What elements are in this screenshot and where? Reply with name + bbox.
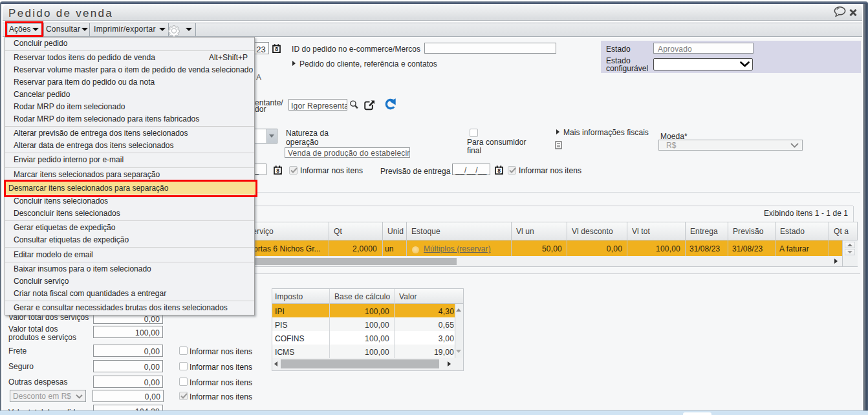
svg-text:8: 8 — [275, 46, 278, 52]
svg-text:8: 8 — [497, 167, 501, 174]
svg-text:8: 8 — [276, 167, 279, 174]
